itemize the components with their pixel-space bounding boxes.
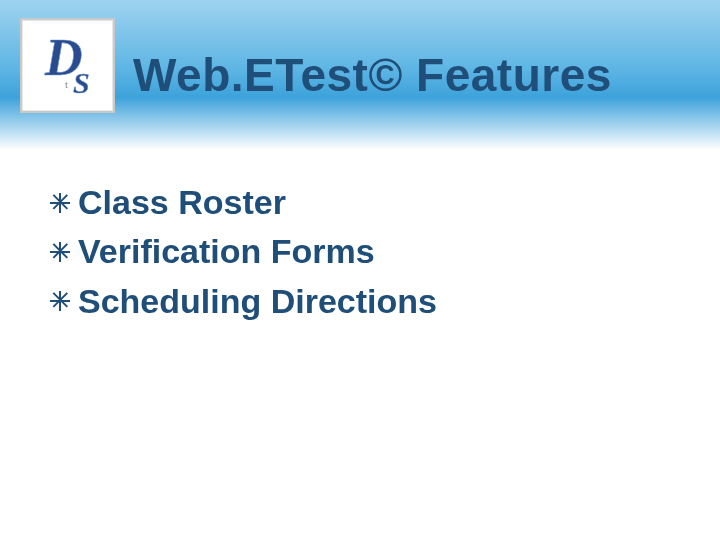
logo-glyph: D S t <box>29 27 107 105</box>
list-item-label: Verification Forms <box>78 227 375 276</box>
title-band: D S t Web.ETest© Features <box>0 0 720 150</box>
asterisk-icon <box>48 191 72 215</box>
feature-list: Class Roster Verification Forms Scheduli… <box>48 178 720 326</box>
logo: D S t <box>20 18 115 113</box>
slide-title: Web.ETest© Features <box>133 48 612 102</box>
list-item: Scheduling Directions <box>48 277 720 326</box>
list-item: Class Roster <box>48 178 720 227</box>
list-item-label: Scheduling Directions <box>78 277 437 326</box>
list-item: Verification Forms <box>48 227 720 276</box>
asterisk-icon <box>48 240 72 264</box>
asterisk-icon <box>48 289 72 313</box>
list-item-label: Class Roster <box>78 178 286 227</box>
svg-text:t: t <box>65 78 68 90</box>
svg-text:S: S <box>73 66 90 99</box>
